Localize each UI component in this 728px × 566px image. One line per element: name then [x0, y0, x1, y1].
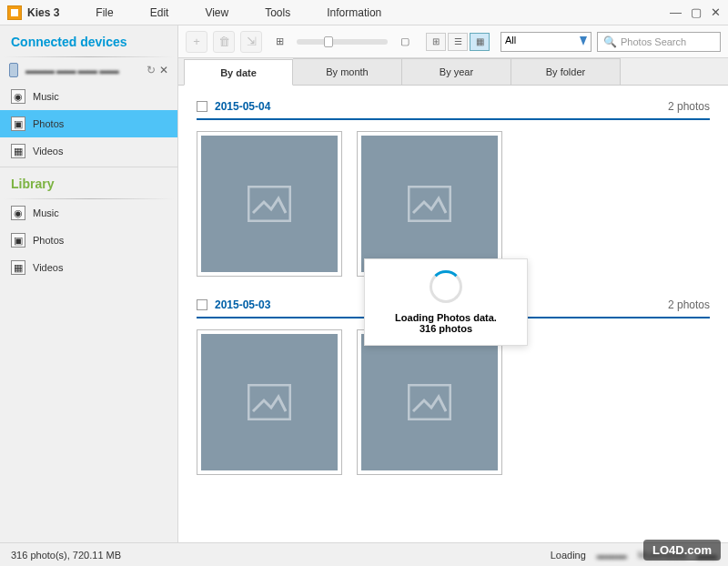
image-placeholder-icon — [248, 186, 291, 222]
sidebar: Connected devices ▬▬▬ ▬▬ ▬▬ ▬▬ ↻ ✕ ◉ Mus… — [0, 25, 178, 542]
sidebar-library-videos[interactable]: ▦ Videos — [0, 254, 177, 281]
sidebar-library-photos[interactable]: ▣ Photos — [0, 227, 177, 254]
photo-thumb[interactable] — [197, 131, 342, 277]
status-loading-label: Loading — [551, 550, 586, 561]
filter-select[interactable]: All — [500, 32, 592, 52]
search-icon: 🔍 — [603, 35, 617, 48]
view-list-icon[interactable]: ☰ — [448, 33, 468, 51]
sidebar-device-row[interactable]: ▬▬▬ ▬▬ ▬▬ ▬▬ ↻ ✕ — [0, 57, 177, 83]
photo-icon: ▣ — [11, 116, 25, 131]
loading-count: 316 photos — [376, 323, 516, 334]
svg-rect-1 — [409, 187, 450, 221]
sidebar-item-videos[interactable]: ▦ Videos — [0, 137, 177, 165]
photo-thumb[interactable] — [197, 329, 342, 475]
import-button[interactable]: ⇲ — [240, 31, 262, 53]
window-controls: — ▢ ✕ — [670, 5, 721, 19]
svg-rect-2 — [248, 385, 290, 419]
view-mode-group: ⊞ ☰ ▦ — [426, 33, 490, 51]
group-count: 2 photos — [668, 298, 710, 311]
loading-dialog: Loading Photos data. 316 photos — [364, 258, 528, 346]
group-date-label[interactable]: 2015-05-04 — [215, 100, 270, 113]
svg-rect-0 — [248, 187, 290, 221]
tab-by-month[interactable]: By month — [293, 58, 402, 85]
photo-icon: ▣ — [11, 233, 25, 248]
film-icon: ▦ — [11, 260, 25, 275]
minimize-button[interactable]: — — [670, 5, 682, 19]
delete-button[interactable]: 🗑 — [213, 31, 235, 53]
add-button[interactable]: + — [186, 31, 207, 53]
menu-bar: File Edit View Tools Information — [96, 6, 381, 19]
menu-view[interactable]: View — [205, 6, 228, 19]
sidebar-item-label: Videos — [33, 262, 63, 273]
svg-rect-3 — [409, 385, 450, 419]
view-tiles-icon[interactable]: ▦ — [470, 33, 490, 51]
photo-thumb[interactable] — [357, 131, 502, 277]
sidebar-connected-header: Connected devices — [0, 25, 177, 56]
close-button[interactable]: ✕ — [711, 5, 721, 19]
group-checkbox[interactable] — [197, 299, 207, 310]
film-icon: ▦ — [11, 144, 25, 158]
disc-icon: ◉ — [11, 89, 25, 104]
thumb-size-group: ⊞ — [271, 34, 288, 50]
sidebar-item-label: Music — [33, 91, 59, 102]
grid-large-icon[interactable]: ▢ — [397, 34, 413, 50]
filter-value: All — [505, 35, 516, 45]
slider-thumb[interactable] — [324, 36, 333, 47]
thumb-size-slider[interactable] — [297, 39, 388, 45]
sidebar-item-label: Music — [33, 207, 59, 218]
phone-icon — [9, 63, 18, 77]
titlebar: Kies 3 File Edit View Tools Information … — [0, 0, 728, 25]
group-date-label[interactable]: 2015-05-03 — [215, 298, 270, 311]
sidebar-library-header: Library — [0, 167, 177, 198]
grid-small-icon[interactable]: ⊞ — [271, 34, 288, 50]
group-count: 2 photos — [668, 100, 710, 113]
watermark: LO4D.com — [643, 540, 721, 561]
sidebar-item-photos[interactable]: ▣ Photos — [0, 110, 177, 137]
sidebar-item-label: Videos — [33, 146, 63, 157]
menu-file[interactable]: File — [96, 6, 113, 19]
image-placeholder-icon — [408, 186, 451, 222]
maximize-button[interactable]: ▢ — [691, 5, 702, 19]
sidebar-library-music[interactable]: ◉ Music — [0, 199, 177, 227]
loading-title: Loading Photos data. — [376, 312, 516, 323]
sidebar-item-label: Photos — [33, 235, 64, 246]
tab-by-year[interactable]: By year — [402, 58, 511, 85]
date-group-header: 2015-05-04 2 photos — [197, 96, 710, 120]
statusbar: 316 photo(s), 720.11 MB Loading ▬▬▬ Mult… — [0, 542, 728, 566]
status-summary: 316 photo(s), 720.11 MB — [11, 550, 121, 561]
disc-icon: ◉ — [11, 206, 25, 220]
thumb-row — [197, 131, 710, 277]
tab-by-folder[interactable]: By folder — [511, 58, 621, 85]
image-placeholder-icon — [248, 384, 291, 420]
search-input[interactable] — [621, 36, 714, 47]
tabs: By date By month By year By folder — [178, 58, 728, 86]
menu-tools[interactable]: Tools — [265, 6, 290, 19]
group-checkbox[interactable] — [197, 101, 207, 112]
menu-information[interactable]: Information — [327, 6, 381, 19]
photo-thumb[interactable] — [357, 329, 502, 475]
disconnect-icon[interactable]: ✕ — [159, 64, 168, 76]
tab-by-date[interactable]: By date — [184, 59, 293, 86]
search-box[interactable]: 🔍 — [597, 32, 721, 52]
app-title: Kies 3 — [27, 6, 59, 19]
refresh-icon[interactable]: ↻ — [147, 64, 156, 76]
menu-edit[interactable]: Edit — [150, 6, 169, 19]
device-name: ▬▬▬ ▬▬ ▬▬ ▬▬ — [25, 65, 118, 76]
toolbar: + 🗑 ⇲ ⊞ ▢ ⊞ ☰ ▦ All 🔍 — [178, 25, 728, 58]
spinner-icon — [430, 270, 462, 303]
image-placeholder-icon — [408, 384, 451, 420]
thumb-row — [197, 329, 710, 475]
view-grid-icon[interactable]: ⊞ — [426, 33, 446, 51]
sidebar-item-music[interactable]: ◉ Music — [0, 83, 177, 110]
status-blur: ▬▬▬ — [597, 550, 627, 561]
sidebar-item-label: Photos — [33, 118, 64, 129]
app-icon — [7, 5, 22, 20]
